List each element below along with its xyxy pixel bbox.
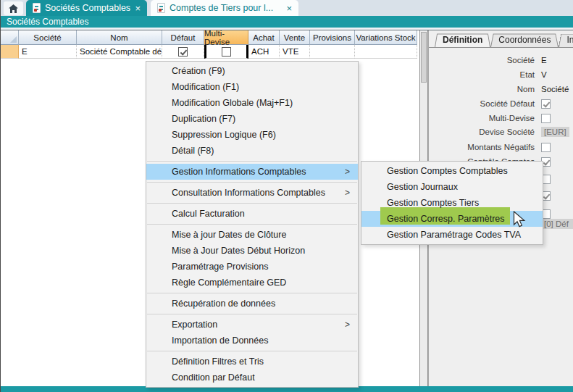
cell-societe[interactable]: E bbox=[19, 45, 77, 59]
column-header-variations-stock[interactable]: Variations Stock bbox=[355, 30, 417, 45]
multi-devise-checkbox[interactable] bbox=[222, 47, 231, 57]
menu-separator bbox=[147, 314, 357, 314]
page-title: Sociétés Comptables bbox=[1, 16, 573, 28]
devise-value-box[interactable]: [EUR] bbox=[541, 127, 569, 137]
corner-triangle-icon bbox=[10, 36, 17, 43]
menu-separator bbox=[147, 293, 357, 293]
field-multi-devise: Multi-Devise bbox=[429, 112, 573, 125]
menu-item-mise-a-jour-dates-debut-horizon[interactable]: Mise à Jour Dates Début Horizon bbox=[146, 243, 358, 259]
close-icon[interactable]: × bbox=[135, 4, 141, 13]
menu-item-mise-a-jour-dates-cloture[interactable]: Mise à jour Dates de Clôture bbox=[146, 227, 358, 243]
column-header-defaut[interactable]: Défaut bbox=[162, 30, 204, 45]
document-icon bbox=[33, 3, 41, 13]
submenu-arrow-icon: > bbox=[345, 317, 350, 333]
menu-separator bbox=[147, 224, 357, 225]
tab-label: Comptes de Tiers pour l... bbox=[170, 3, 273, 13]
cell-variations-stock[interactable] bbox=[355, 45, 417, 59]
tab-strip: Sociétés Comptables × Comptes de Tiers p… bbox=[1, 0, 573, 16]
cell-provisions[interactable] bbox=[310, 45, 355, 59]
menu-item-recuperation-donnees[interactable]: Récupération de données bbox=[146, 296, 358, 312]
zero-defaut-box[interactable]: [0] Déf bbox=[541, 219, 573, 229]
submenu-item-gestion-parametrage-codes-tva[interactable]: Gestion Paramétrage Codes TVA bbox=[361, 227, 543, 243]
document-icon bbox=[157, 3, 165, 13]
multi-devise-panel-checkbox[interactable] bbox=[541, 114, 551, 123]
cell-vente[interactable]: VTE bbox=[280, 45, 310, 59]
submenu-arrow-icon: > bbox=[345, 185, 350, 201]
cell-defaut[interactable] bbox=[162, 45, 204, 59]
home-icon bbox=[9, 4, 18, 13]
menu-item-gestion-informations-comptables[interactable]: Gestion Informations Comptables> bbox=[146, 164, 358, 180]
menu-item-consultation-informations-comptables[interactable]: Consultation Informations Comptables> bbox=[146, 185, 358, 201]
column-header-provisions[interactable]: Provisions bbox=[310, 30, 355, 45]
scrollbar-thumb[interactable] bbox=[421, 32, 427, 83]
context-menu: Création (F9) Modification (F1) Modifica… bbox=[146, 61, 359, 388]
montants-negatifs-checkbox[interactable] bbox=[541, 143, 551, 152]
societe-defaut-checkbox[interactable] bbox=[541, 99, 551, 109]
column-header-multi-devise[interactable]: Multi-Devise bbox=[204, 30, 248, 45]
tab-label: Sociétés Comptables bbox=[45, 3, 130, 13]
field-devise-societe: Devise Société[EUR] bbox=[429, 125, 573, 138]
submenu-item-gestion-journaux[interactable]: Gestion Journaux bbox=[361, 179, 543, 195]
close-icon[interactable]: × bbox=[286, 4, 292, 13]
field-societe-defaut: Société Défaut bbox=[429, 97, 573, 110]
grid-header-row: Société Nom Défaut Multi-Devise Achat Ve… bbox=[1, 30, 419, 45]
menu-separator bbox=[147, 351, 357, 351]
mouse-cursor bbox=[513, 211, 526, 228]
field-montants-negatifs: Montants Négatifs bbox=[429, 141, 573, 154]
home-button[interactable] bbox=[4, 1, 23, 15]
column-header-nom[interactable]: Nom bbox=[77, 30, 162, 45]
menu-item-definition-filtres-tris[interactable]: Définition Filtres et Tris bbox=[146, 354, 358, 370]
menu-item-modification[interactable]: Modification (F1) bbox=[146, 79, 358, 95]
panel-tab-page-border bbox=[429, 47, 573, 48]
menu-item-detail[interactable]: Détail (F8) bbox=[146, 143, 358, 159]
tab-societes-comptables[interactable]: Sociétés Comptables × bbox=[26, 0, 147, 16]
menu-item-exportation[interactable]: Exportation> bbox=[146, 317, 358, 333]
tab-information[interactable]: Information bbox=[559, 33, 573, 47]
menu-separator bbox=[147, 182, 357, 183]
menu-item-calcul-facturation[interactable]: Calcul Facturation bbox=[146, 206, 358, 222]
column-header-societe[interactable]: Société bbox=[19, 30, 77, 45]
field-societe: SociétéE bbox=[429, 54, 573, 67]
field-nom: NomSociété bbox=[429, 83, 573, 96]
panel-tab-bar: Définition Coordonnées Information bbox=[429, 33, 573, 47]
menu-item-suppression-logique[interactable]: Suppression Logique (F6) bbox=[146, 127, 358, 143]
tab-definition[interactable]: Définition bbox=[435, 33, 490, 47]
tab-comptes-de-tiers[interactable]: Comptes de Tiers pour l... × bbox=[151, 0, 298, 16]
menu-separator bbox=[147, 203, 357, 204]
menu-item-modification-globale[interactable]: Modification Globale (Maj+F1) bbox=[146, 95, 358, 111]
application-window: Sociétés Comptables × Comptes de Tiers p… bbox=[0, 0, 573, 392]
grid-corner-cell[interactable] bbox=[1, 30, 19, 45]
defaut-checkbox[interactable] bbox=[178, 47, 188, 57]
menu-item-creation[interactable]: Création (F9) bbox=[146, 63, 358, 79]
submenu-arrow-icon: > bbox=[345, 164, 350, 180]
menu-separator bbox=[147, 161, 357, 162]
column-header-achat[interactable]: Achat bbox=[248, 30, 280, 45]
row-selector-cell[interactable] bbox=[1, 45, 19, 59]
cell-nom[interactable]: Société Comptable défaut bbox=[77, 45, 162, 59]
menu-item-parametrage-provisions[interactable]: Paramétrage Provisions bbox=[146, 259, 358, 275]
submenu-gestion-informations: Gestion Comptes Comptables Gestion Journ… bbox=[361, 161, 543, 245]
menu-item-duplication[interactable]: Duplication (F7) bbox=[146, 111, 358, 127]
menu-item-condition-par-defaut[interactable]: Condition par Défaut bbox=[146, 370, 358, 385]
field-etat: EtatV bbox=[429, 68, 573, 81]
cell-multi-devise-editing[interactable] bbox=[204, 45, 248, 59]
cell-achat[interactable]: ACH bbox=[248, 45, 280, 59]
menu-item-regle-complementaire-ged[interactable]: Règle Complémentaire GED bbox=[146, 275, 358, 291]
menu-item-importation-donnees[interactable]: Importation de Données bbox=[146, 333, 358, 349]
submenu-item-gestion-comptes-comptables[interactable]: Gestion Comptes Comptables bbox=[361, 163, 543, 179]
tab-coordonnees[interactable]: Coordonnées bbox=[490, 33, 559, 47]
table-row[interactable]: E Société Comptable défaut ACH VTE bbox=[1, 45, 419, 59]
column-header-vente[interactable]: Vente bbox=[280, 30, 310, 45]
